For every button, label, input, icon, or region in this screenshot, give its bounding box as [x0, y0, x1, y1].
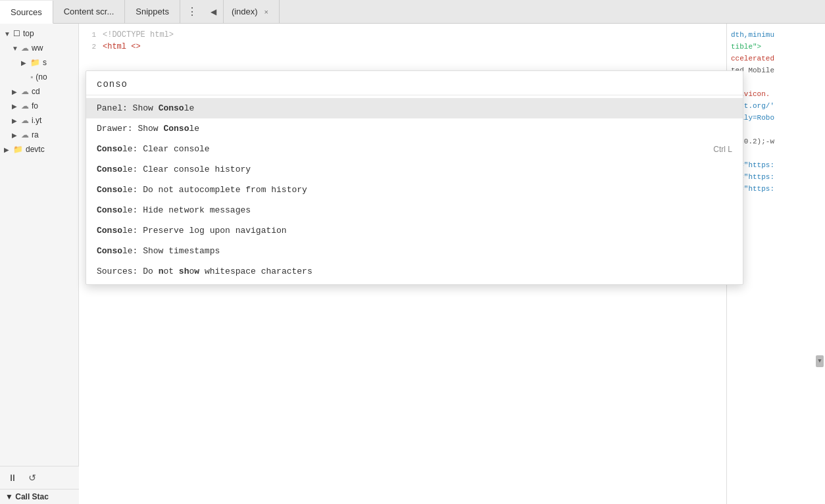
- cloud-icon-cdn: ☁: [21, 87, 29, 96]
- sidebar-bottom: ⏸ ↻ ▼ Call Stac: [0, 466, 79, 504]
- cloud-icon-raw: ☁: [21, 130, 29, 139]
- dropdown-search-area: [86, 71, 743, 95]
- file-tab-close-button[interactable]: ×: [262, 7, 271, 16]
- line-num-1: 1: [79, 29, 96, 41]
- pause-button[interactable]: ⏸: [5, 470, 20, 485]
- tab-collapse-button[interactable]: ◀: [204, 0, 224, 23]
- tab-sources[interactable]: Sources: [0, 1, 53, 24]
- folder-icon-devtc: 📁: [13, 145, 23, 154]
- sidebar-item-top[interactable]: ▼ ☐ top: [0, 26, 78, 41]
- tree-arrow-for: ▶: [12, 103, 21, 110]
- call-stack-label: ▼ Call Stac: [5, 492, 49, 501]
- sidebar-item-cdn[interactable]: ▶ ☁ cd: [0, 84, 78, 99]
- dropdown-search-input[interactable]: [97, 79, 732, 89]
- sidebar-label-devtc: devtc: [26, 145, 45, 154]
- dropdown-item-show-timestamps[interactable]: Console: Show timestamps: [86, 241, 743, 261]
- sidebar-tree: ▼ ☐ top ▼ ☁ ww ▶ 📁 s ▪ (no ▶ ☁ cd: [0, 24, 78, 159]
- right-line-3: ccelerated: [727, 53, 825, 64]
- sidebar-item-devtc[interactable]: ▶ 📁 devtc: [0, 142, 78, 157]
- cloud-icon-www: ☁: [21, 43, 29, 53]
- tree-arrow-s: ▶: [21, 59, 30, 66]
- sidebar: ▼ ☐ top ▼ ☁ ww ▶ 📁 s ▪ (no ▶ ☁ cd: [0, 24, 79, 504]
- file-tab-label: (index): [232, 7, 258, 16]
- sidebar-label-iyt: i.yt: [32, 116, 41, 125]
- right-line-1: dth,minimu: [727, 29, 825, 41]
- tree-arrow-cdn: ▶: [12, 88, 21, 95]
- tab-bar: Sources Content scr... Snippets ⋮ ◀ (ind…: [0, 0, 825, 24]
- code-line-2: <html <>: [103, 41, 726, 53]
- tab-more-button[interactable]: ⋮: [180, 0, 204, 23]
- dropdown-item-text-7: Console: Show timestamps: [97, 246, 732, 256]
- step-button[interactable]: ↻: [25, 470, 39, 485]
- sidebar-item-for[interactable]: ▶ ☁ fo: [0, 99, 78, 113]
- dropdown-items-list: Panel: Show Console Drawer: Show Console…: [86, 95, 743, 284]
- dropdown-item-text-4: Console: Do not autocomplete from histor…: [97, 185, 732, 195]
- debug-controls: ⏸ ↻: [0, 466, 79, 490]
- dropdown-item-text-0: Panel: Show Console: [97, 103, 732, 113]
- cloud-icon-iyt: ☁: [21, 116, 29, 125]
- dropdown-item-hide-network[interactable]: Console: Hide network messages: [86, 200, 743, 220]
- line-num-2: 2: [79, 41, 96, 53]
- dropdown-item-no-autocomplete[interactable]: Console: Do not autocomplete from histor…: [86, 180, 743, 200]
- tree-arrow-top: ▼: [4, 30, 13, 38]
- dropdown-item-drawer-show-console[interactable]: Drawer: Show Console: [86, 118, 743, 139]
- file-tab-index[interactable]: (index) ×: [224, 0, 280, 23]
- dropdown-item-text-3: Console: Clear console history: [97, 164, 732, 174]
- folder-icon-s: 📁: [30, 58, 40, 67]
- cloud-icon-for: ☁: [21, 101, 29, 111]
- tree-arrow-iyt: ▶: [12, 117, 21, 124]
- dropdown-item-preserve-log[interactable]: Console: Preserve log upon navigation: [86, 220, 743, 241]
- sidebar-label-top: top: [23, 29, 34, 38]
- dropdown-item-panel-show-console[interactable]: Panel: Show Console: [86, 98, 743, 118]
- dropdown-item-text-5: Console: Hide network messages: [97, 205, 732, 215]
- sidebar-label-s: s: [43, 58, 47, 67]
- dropdown-item-sources-whitespace[interactable]: Sources: Do not show whitespace characte…: [86, 261, 743, 282]
- dropdown-shortcut-2: Ctrl L: [713, 145, 732, 154]
- tab-snippets[interactable]: Snippets: [125, 0, 180, 23]
- tree-arrow-www: ▼: [12, 45, 21, 52]
- sidebar-label-for: fo: [32, 101, 38, 111]
- right-line-2: tible">: [727, 41, 825, 53]
- dropdown-item-clear-console[interactable]: Console: Clear console Ctrl L: [86, 139, 743, 159]
- tab-content-scr-label: Content scr...: [64, 7, 114, 16]
- sidebar-item-iyt[interactable]: ▶ ☁ i.yt: [0, 113, 78, 128]
- tree-arrow-raw: ▶: [12, 132, 21, 139]
- dropdown-item-clear-history[interactable]: Console: Clear console history: [86, 159, 743, 180]
- call-stack-header[interactable]: ▼ Call Stac: [0, 490, 79, 504]
- scroll-indicator[interactable]: ▼: [816, 355, 824, 367]
- folder-icon-top: ☐: [13, 29, 20, 38]
- tab-sources-label: Sources: [11, 7, 42, 17]
- sidebar-item-www[interactable]: ▼ ☁ ww: [0, 41, 78, 55]
- command-menu-dropdown: Panel: Show Console Drawer: Show Console…: [86, 70, 743, 285]
- file-icon-no: ▪: [30, 72, 33, 82]
- sidebar-item-no[interactable]: ▪ (no: [0, 70, 78, 84]
- dropdown-item-text-6: Console: Preserve log upon navigation: [97, 226, 732, 236]
- tree-arrow-devtc: ▶: [4, 146, 13, 153]
- dropdown-item-text-8: Sources: Do not show whitespace characte…: [97, 266, 732, 276]
- sidebar-label-raw: ra: [32, 130, 39, 139]
- sidebar-label-no: (no: [36, 72, 47, 82]
- code-line-1: <!DOCTYPE html>: [103, 29, 726, 41]
- sidebar-label-www: ww: [32, 43, 43, 53]
- dropdown-item-text-1: Drawer: Show Console: [97, 124, 732, 134]
- sidebar-label-cdn: cd: [32, 87, 40, 96]
- dropdown-item-text-2: Console: Clear console: [97, 144, 713, 154]
- tab-content-scr[interactable]: Content scr...: [53, 0, 126, 23]
- tab-snippets-label: Snippets: [136, 7, 169, 16]
- sidebar-item-s[interactable]: ▶ 📁 s: [0, 55, 78, 70]
- sidebar-item-raw[interactable]: ▶ ☁ ra: [0, 128, 78, 142]
